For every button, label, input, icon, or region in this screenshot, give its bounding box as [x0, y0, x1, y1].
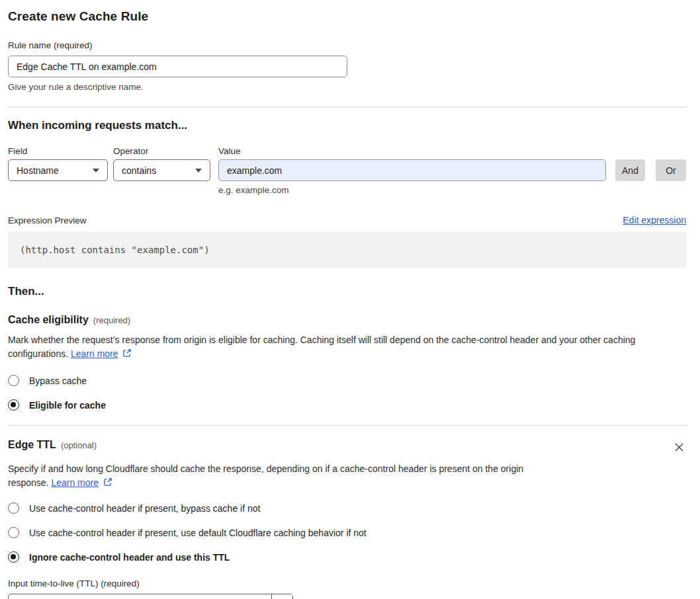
cache-eligibility-qualifier: (required): [93, 315, 130, 325]
divider: [8, 106, 686, 107]
radio-option-bypass-cache[interactable]: Bypass cache: [8, 375, 686, 386]
cache-eligibility-options: Bypass cache Eligible for cache: [8, 375, 686, 411]
edge-ttl-description: Specify if and how long Cloudflare shoul…: [8, 462, 564, 491]
ttl-select-arrow-button[interactable]: [271, 594, 292, 599]
ttl-select-value: 1 day: [9, 594, 271, 599]
create-cache-rule-form: Create new Cache Rule Rule name (require…: [0, 0, 700, 599]
value-label: Value: [218, 146, 686, 156]
edit-expression-link[interactable]: Edit expression: [623, 215, 686, 225]
radio-icon[interactable]: [8, 527, 19, 538]
page-title: Create new Cache Rule: [8, 9, 686, 24]
learn-more-link[interactable]: Learn more: [71, 348, 118, 359]
divider: [8, 425, 686, 426]
learn-more-link[interactable]: Learn more: [51, 477, 99, 488]
chevron-down-icon: [93, 169, 99, 173]
match-controls-row: Hostname contains And Or: [8, 159, 686, 181]
operator-select-value: contains: [122, 165, 156, 176]
then-heading: Then...: [8, 285, 686, 298]
value-help: e.g. example.com: [8, 185, 686, 195]
close-icon: [674, 445, 685, 455]
operator-select[interactable]: contains: [113, 159, 210, 181]
radio-option-ignore-header-ttl[interactable]: Ignore cache-control header and use this…: [8, 551, 686, 563]
radio-option-label: Use cache-control header if present, byp…: [29, 503, 260, 514]
radio-option-label: Bypass cache: [29, 376, 87, 386]
expression-preview-row: Expression Preview Edit expression: [8, 215, 686, 225]
radio-option-use-header-bypass[interactable]: Use cache-control header if present, byp…: [8, 502, 686, 514]
expression-preview-code: (http.host contains "example.com"): [8, 231, 686, 268]
cache-eligibility-header: Cache eligibility (required): [8, 314, 686, 326]
cache-eligibility-description: Mark whether the request’s response from…: [8, 333, 686, 362]
operator-label: Operator: [113, 146, 218, 156]
match-labels-row: Field Operator Value: [8, 146, 686, 156]
field-select-value: Hostname: [17, 165, 59, 176]
radio-icon[interactable]: [8, 502, 19, 514]
or-button[interactable]: Or: [656, 159, 686, 181]
close-edge-ttl-button[interactable]: [672, 440, 686, 456]
and-button[interactable]: And: [615, 159, 645, 181]
match-heading: When incoming requests match...: [8, 119, 686, 132]
radio-icon[interactable]: [8, 399, 19, 411]
external-link-icon: [103, 477, 112, 491]
radio-icon[interactable]: [8, 375, 19, 386]
cache-eligibility-heading: Cache eligibility: [8, 314, 89, 326]
edge-ttl-heading-row: Edge TTL (optional): [8, 439, 97, 451]
field-label: Field: [8, 146, 113, 156]
field-select[interactable]: Hostname: [8, 159, 108, 181]
radio-option-use-header-default[interactable]: Use cache-control header if present, use…: [8, 527, 686, 538]
edge-ttl-header: Edge TTL (optional): [8, 439, 686, 456]
edge-ttl-qualifier: (optional): [61, 440, 97, 450]
radio-option-label: Eligible for cache: [29, 400, 106, 411]
radio-option-label: Use cache-control header if present, use…: [29, 528, 367, 538]
edge-ttl-heading: Edge TTL: [8, 439, 56, 451]
radio-option-eligible-for-cache[interactable]: Eligible for cache: [8, 399, 686, 411]
radio-option-label: Ignore cache-control header and use this…: [29, 552, 230, 563]
expression-preview-label: Expression Preview: [8, 216, 87, 225]
chevron-down-icon: [195, 169, 202, 173]
edge-ttl-options: Use cache-control header if present, byp…: [8, 502, 686, 563]
rule-name-input[interactable]: [8, 56, 347, 77]
rule-name-label: Rule name (required): [8, 40, 686, 50]
ttl-select[interactable]: 1 day: [8, 594, 293, 599]
value-input[interactable]: [218, 159, 606, 181]
ttl-label: Input time-to-live (TTL) (required): [8, 579, 686, 588]
radio-icon[interactable]: [8, 551, 19, 563]
rule-name-help: Give your rule a descriptive name.: [8, 82, 686, 92]
external-link-icon: [122, 348, 132, 362]
